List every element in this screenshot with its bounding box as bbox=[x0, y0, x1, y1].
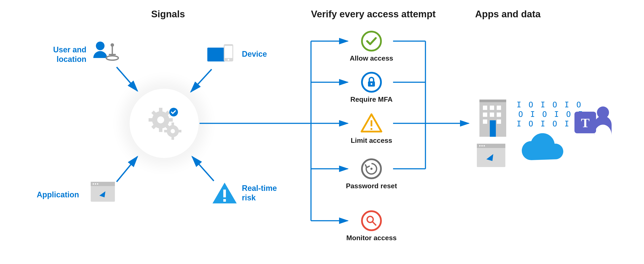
svg-rect-64 bbox=[497, 106, 501, 110]
svg-rect-65 bbox=[483, 112, 487, 117]
verify-label-monitor: Monitor access bbox=[346, 234, 397, 242]
verify-item-reset: Password reset bbox=[341, 157, 402, 190]
svg-rect-69 bbox=[497, 119, 501, 124]
limit-warning-icon bbox=[360, 112, 383, 135]
svg-point-57 bbox=[362, 211, 381, 230]
verify-label-mfa: Require MFA bbox=[350, 96, 392, 103]
svg-text:I O I O I O: I O I O I O bbox=[516, 119, 582, 128]
svg-text:T: T bbox=[581, 116, 590, 130]
verify-item-mfa: Require MFA bbox=[341, 71, 402, 103]
mfa-lock-icon bbox=[360, 71, 383, 94]
svg-point-56 bbox=[370, 168, 372, 170]
verify-label-reset: Password reset bbox=[346, 182, 397, 190]
allow-check-icon bbox=[360, 29, 383, 53]
app-window-icon bbox=[477, 144, 505, 167]
svg-rect-61 bbox=[480, 99, 506, 102]
apps-cluster: I O I O I O O I O I O I I O I O I O T bbox=[475, 87, 622, 173]
svg-text:O I O I O I: O I O I O I bbox=[518, 110, 584, 118]
svg-rect-66 bbox=[490, 112, 494, 117]
svg-line-59 bbox=[372, 222, 376, 225]
verify-label-limit: Limit access bbox=[351, 137, 392, 145]
svg-rect-75 bbox=[477, 144, 505, 148]
svg-point-78 bbox=[484, 145, 485, 147]
verify-item-monitor: Monitor access bbox=[341, 209, 402, 242]
verify-item-allow: Allow access bbox=[341, 29, 402, 62]
diagram-canvas: Signals Verify every access attempt Apps… bbox=[0, 0, 644, 264]
svg-point-77 bbox=[482, 145, 483, 147]
svg-point-76 bbox=[479, 145, 480, 147]
reset-history-icon bbox=[360, 157, 383, 181]
svg-rect-62 bbox=[483, 106, 487, 110]
cloud-icon bbox=[522, 133, 563, 160]
svg-rect-70 bbox=[490, 120, 496, 137]
svg-rect-63 bbox=[490, 106, 494, 110]
svg-rect-68 bbox=[483, 119, 487, 124]
building-icon bbox=[480, 99, 506, 137]
verify-label-allow: Allow access bbox=[350, 55, 393, 62]
verify-item-limit: Limit access bbox=[341, 112, 402, 145]
svg-rect-53 bbox=[370, 120, 372, 126]
svg-text:I O I O I O: I O I O I O bbox=[516, 100, 582, 109]
binary-data-icon: I O I O I O O I O I O I I O I O I O bbox=[516, 100, 584, 128]
svg-point-49 bbox=[362, 32, 381, 51]
monitor-magnifier-icon bbox=[360, 209, 383, 232]
svg-rect-54 bbox=[370, 128, 372, 130]
svg-point-52 bbox=[370, 83, 372, 85]
svg-rect-67 bbox=[497, 112, 501, 117]
